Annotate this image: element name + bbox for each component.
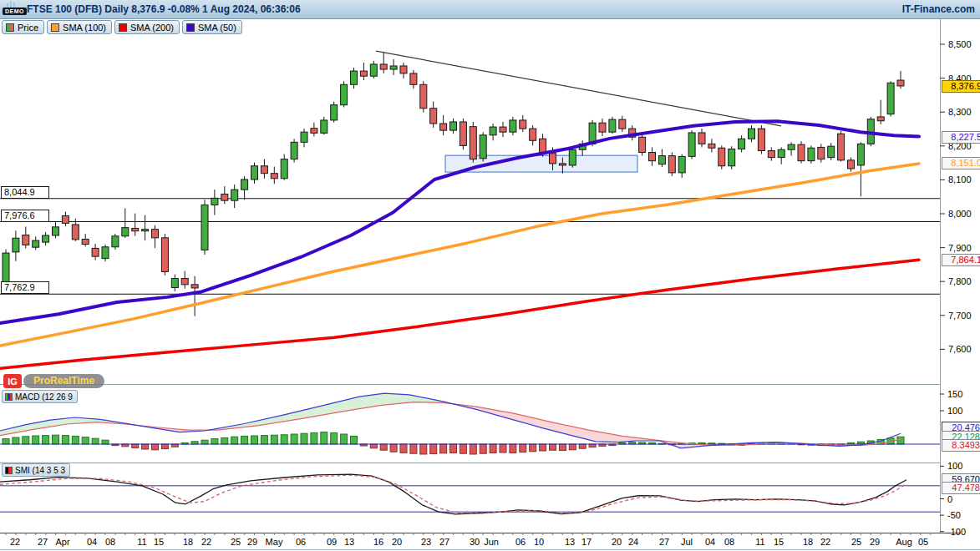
macd-hist-bar-up <box>23 437 29 444</box>
candle-down <box>500 127 506 132</box>
price-axis[interactable]: 8,5008,4008,3008,2008,1008,0007,9007,800… <box>940 39 972 537</box>
time-tick-label: 08 <box>105 537 115 547</box>
candle-up <box>142 230 149 231</box>
smi-icon <box>5 467 13 474</box>
legend-button-sma-200[interactable]: SMA (200) <box>114 20 180 34</box>
time-tick-label: 20 <box>392 537 402 547</box>
candle-up <box>729 149 735 165</box>
tab-macd-indicator[interactable]: MACD (12 26 9 <box>2 390 78 403</box>
time-tick-label: Jul <box>681 537 693 547</box>
candle-up <box>490 127 496 135</box>
macd-hist-bar-up <box>241 436 248 444</box>
legend-button-sma-50[interactable]: SMA (50) <box>182 20 242 34</box>
candle-down <box>360 71 367 76</box>
candle-down <box>639 137 646 152</box>
candle-up <box>43 235 49 242</box>
candle-up <box>331 105 338 120</box>
candle-down <box>768 150 774 157</box>
macd-signal-line <box>0 402 901 446</box>
time-tick-label: 16 <box>373 537 383 547</box>
tab-smi-indicator[interactable]: SMI (14 3 5 3 <box>2 463 70 477</box>
candle-down <box>460 122 466 145</box>
smi-tick-label: -100 <box>947 527 966 537</box>
macd-hist-bar-up <box>321 432 328 444</box>
smi-tick-label: 100 <box>947 461 962 471</box>
macd-value-box: 8.3493 <box>942 439 980 452</box>
macd-hist-bar-down <box>550 444 556 450</box>
candle-down <box>400 66 407 73</box>
time-axis[interactable]: 2227Apr0408111518222529May06091316202327… <box>6 533 931 547</box>
candle-down <box>72 225 79 240</box>
macd-hist-bar-up <box>261 436 267 444</box>
macd-hist-bar-down <box>142 444 149 449</box>
candle-up <box>211 198 218 205</box>
time-tick-label: 04 <box>87 537 97 547</box>
macd-hist-bar-down <box>380 444 387 450</box>
macd-hist-bar-down <box>161 444 168 449</box>
candle-down <box>221 194 228 200</box>
macd-hist-bar-down <box>559 444 566 451</box>
level-label: 8,044.9 <box>1 186 49 199</box>
candle-down <box>550 154 556 164</box>
candle-down <box>410 73 417 84</box>
candle-up <box>341 84 348 104</box>
legend-label: SMA (200) <box>130 23 174 33</box>
candle-down <box>838 134 845 160</box>
candle-up <box>351 71 358 84</box>
level-label: 7,762.9 <box>1 281 49 294</box>
candle-down <box>877 117 884 121</box>
chart-canvas[interactable]: 8,5008,4008,3008,2008,1008,0007,9007,800… <box>0 0 980 551</box>
macd-fill <box>454 404 715 448</box>
smi-tick-label: 0 <box>947 494 952 504</box>
macd-tick-label: 100 <box>947 406 962 416</box>
candle-down <box>668 156 675 173</box>
candle-up <box>688 133 695 156</box>
macd-hist-bar-up <box>62 436 69 444</box>
macd-hist-bar-up <box>53 435 59 444</box>
prorealtime-watermark: IG ProRealTime <box>3 374 104 388</box>
macd-panel[interactable] <box>0 393 940 454</box>
time-tick-label: 18 <box>183 537 193 547</box>
time-tick-label: 25 <box>851 537 861 547</box>
macd-hist-bar-down <box>460 444 466 453</box>
macd-hist-bar-down <box>440 444 447 453</box>
time-tick-label: 27 <box>659 537 669 547</box>
candle-down <box>599 123 606 132</box>
candle-down <box>420 84 427 108</box>
candle-up <box>857 144 864 165</box>
legend-button-price[interactable]: Price <box>2 20 44 34</box>
time-tick-label: 29 <box>870 537 880 547</box>
time-tick-label: 04 <box>705 537 715 547</box>
time-tick-label: 18 <box>803 537 813 547</box>
macd-hist-bar-down <box>540 444 546 451</box>
candle-down <box>718 148 725 166</box>
time-tick-label: 22 <box>10 537 20 547</box>
macd-hist-bar-up <box>341 434 348 444</box>
time-tick-label: 30 <box>470 537 480 547</box>
time-tick-label: 06 <box>296 537 306 547</box>
chart-plot-area[interactable] <box>0 19 940 384</box>
candle-up <box>390 66 397 69</box>
price-value-box-sma50: 8,227.5 <box>942 131 980 144</box>
time-tick-label: 13 <box>565 537 575 547</box>
smi-value-box: 47.478 <box>942 482 980 494</box>
macd-hist-bar-up <box>281 435 287 444</box>
price-value-box-sma200: 7,864.1 <box>942 254 980 266</box>
candle-down <box>92 248 99 256</box>
smi-panel[interactable] <box>0 474 940 514</box>
time-tick-label: 15 <box>774 537 784 547</box>
time-tick-label: 11 <box>137 537 146 547</box>
macd-hist-bar-down <box>520 444 526 452</box>
time-tick-label: 29 <box>247 537 257 547</box>
candle-down <box>181 279 188 285</box>
macd-hist-bar-down <box>490 444 496 452</box>
legend-button-sma-100[interactable]: SMA (100) <box>47 20 112 34</box>
candle-down <box>62 215 69 223</box>
candle-up <box>13 238 19 252</box>
macd-hist-bar-up <box>102 440 109 444</box>
smi-line <box>0 474 906 514</box>
candle-down <box>530 129 536 140</box>
macd-hist-bar-up <box>271 435 277 444</box>
candle-up <box>321 120 328 133</box>
candle-up <box>658 156 665 164</box>
